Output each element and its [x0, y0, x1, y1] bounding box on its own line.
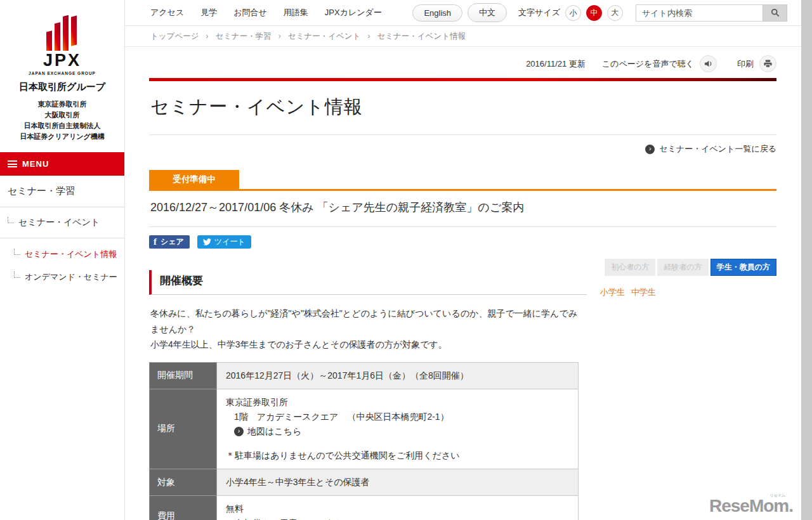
sidebar-item-label: セミナー・イベント情報 [25, 249, 117, 259]
sidebar-item-label: セミナー・学習 [8, 185, 75, 196]
menu-button[interactable]: MENU [0, 152, 124, 176]
utility-link-JPXカレンダー[interactable]: JPXカレンダー [325, 7, 382, 18]
audience-tab-経験者の方[interactable]: 経験者の方 [657, 259, 708, 276]
hamburger-icon [8, 159, 17, 169]
table-row: 場所東京証券取引所1階 アカデミースクエア （中央区日本橋兜町2-1）›地図はこ… [150, 389, 579, 469]
map-link[interactable]: ›地図はこちら [226, 424, 569, 439]
tag-小学生[interactable]: 小学生 [600, 287, 625, 298]
sidebar-item-セミナー・イベント[interactable]: セミナー・イベント [0, 207, 124, 238]
status-bar: 受付準備中 [149, 170, 776, 191]
cell-text: 小学4年生～中学3年生とその保護者 [226, 475, 569, 490]
menu-label: MENU [22, 159, 49, 169]
sidebar-item-label: オンデマンド・セミナー [25, 272, 117, 282]
org-member: 大阪取引所 [0, 110, 124, 120]
jpx-logo-icon [43, 6, 82, 51]
font-size-small-button[interactable]: 小 [565, 5, 581, 21]
table-row: 費用無料＊参加賞をご用意しています [150, 496, 579, 520]
jpx-logo[interactable]: JPX JAPAN EXCHANGE GROUP [0, 0, 124, 75]
event-detail-tbody: 開催期間2016年12月27日（火）～2017年1月6日（金）（全8回開催）場所… [150, 362, 579, 520]
breadcrumb-separator: › [278, 32, 281, 41]
lang-english-button[interactable]: English [412, 4, 462, 22]
site-search-input[interactable] [636, 4, 763, 22]
facebook-icon: f [154, 237, 157, 247]
listen-label: このページを音声で聴く [602, 58, 694, 70]
font-size-large-button[interactable]: 大 [607, 5, 623, 21]
facebook-share-button[interactable]: f シェア [149, 235, 190, 249]
breadcrumb-item[interactable]: セミナー・学習 [215, 31, 271, 42]
audience-tab-学生・教員の方[interactable]: 学生・教員の方 [710, 259, 776, 276]
sidebar-item-セミナー・学習[interactable]: セミナー・学習 [0, 176, 124, 207]
cell-text: 1階 アカデミースクエア （中央区日本橋兜町2-1） [226, 410, 569, 424]
resemom-text: ReseMom. [709, 496, 793, 516]
cell-text: 東京証券取引所 [226, 395, 569, 410]
main-area: アクセス見学お問合せ用語集JPXカレンダー English 中文 文字サイズ 小… [125, 0, 801, 520]
utility-link-アクセス[interactable]: アクセス [150, 7, 184, 18]
event-detail-table: 開催期間2016年12月27日（火）～2017年1月6日（金）（全8回開催）場所… [149, 362, 579, 520]
row-value: 小学4年生～中学3年生とその保護者 [217, 469, 579, 495]
twitter-bird-icon [203, 238, 211, 246]
utility-link-お問合せ[interactable]: お問合せ [233, 7, 267, 18]
status-badge: 受付準備中 [149, 170, 239, 189]
row-value: 無料＊参加賞をご用意しています [217, 496, 579, 520]
tag-中学生[interactable]: 中学生 [631, 287, 656, 298]
utility-bar: アクセス見学お問合せ用語集JPXカレンダー English 中文 文字サイズ 小… [125, 0, 801, 26]
page-meta-row: 2016/11/21 更新 このページを音声で聴く 印刷 [149, 55, 776, 72]
back-link[interactable]: › セミナー・イベント一覧に戻る [149, 135, 776, 170]
font-size-label: 文字サイズ [518, 7, 560, 18]
event-title: 2016/12/27～2017/01/06 冬休み 「シェア先生の親子経済教室」… [149, 191, 776, 227]
jpx-logo-text: JPX [0, 52, 124, 69]
facebook-share-label: シェア [160, 237, 184, 247]
table-row: 対象小学4年生～中学3年生とその保護者 [150, 469, 579, 495]
twitter-tweet-label: ツイート [214, 237, 246, 247]
circle-arrow-icon: › [234, 427, 244, 436]
lang-chinese-button[interactable]: 中文 [468, 3, 507, 22]
print-button[interactable] [759, 55, 776, 72]
utility-links: アクセス見学お問合せ用語集JPXカレンダー [150, 7, 382, 18]
utility-link-用語集[interactable]: 用語集 [284, 7, 308, 18]
audio-button[interactable] [700, 55, 717, 72]
org-name: 日本取引所グループ [0, 81, 124, 93]
scrollbar[interactable] [801, 0, 812, 520]
breadcrumb: トップページ›セミナー・学習›セミナー・イベント›セミナー・イベント情報 [125, 26, 801, 47]
cell-text: 2016年12月27日（火）～2017年1月6日（金）（全8回開催） [226, 368, 569, 383]
org-members: 東京証券取引所大阪取引所日本取引所自主規制法人日本証券クリアリング機構 [0, 99, 124, 142]
speaker-icon [704, 59, 713, 68]
print-label: 印刷 [737, 58, 754, 70]
row-header: 開催期間 [150, 362, 217, 389]
intro-line: 冬休みに、私たちの暮らしが"経済"や"株式会社"とどのように結びついているのか、… [150, 306, 586, 337]
intro-line: 小学4年生以上、中学3年生までのお子さんとその保護者の方が対象です。 [150, 337, 586, 353]
breadcrumb-item[interactable]: トップページ [150, 31, 199, 42]
org-member: 東京証券取引所 [0, 99, 124, 110]
breadcrumb-item[interactable]: セミナー・イベント [288, 31, 361, 42]
cell-text: ＊駐車場はありませんので公共交通機関をご利用ください [226, 448, 569, 463]
breadcrumb-item: セミナー・イベント情報 [377, 31, 466, 42]
tree-connector-icon [14, 272, 25, 282]
tree-connector-icon [14, 249, 25, 259]
section-title: 開催概要 [149, 270, 587, 295]
table-row: 開催期間2016年12月27日（火）～2017年1月6日（金）（全8回開催） [150, 362, 579, 389]
sidebar-menu: セミナー・学習セミナー・イベントセミナー・イベント情報オンデマンド・セミナー [0, 176, 124, 289]
sidebar: JPX JAPAN EXCHANGE GROUP 日本取引所グループ 東京証券取… [0, 0, 125, 520]
search-button[interactable] [763, 4, 787, 22]
sidebar-item-セミナー・イベント情報[interactable]: セミナー・イベント情報 [0, 238, 124, 266]
map-link-label: 地図はこちら [247, 424, 301, 439]
resemom-watermark: リセマム ReseMom. [709, 496, 793, 516]
twitter-tweet-button[interactable]: ツイート [197, 235, 251, 249]
printer-icon [763, 59, 773, 68]
audience-tab-初心者の方[interactable]: 初心者の方 [605, 259, 655, 276]
grade-tags: 小学生中学生 [600, 287, 776, 298]
back-link-label: セミナー・イベント一覧に戻る [659, 143, 776, 155]
row-header: 対象 [150, 469, 217, 495]
sidebar-item-オンデマンド・セミナー[interactable]: オンデマンド・セミナー [0, 266, 124, 289]
social-row: f シェア ツイート [149, 235, 776, 249]
breadcrumb-separator: › [206, 32, 208, 41]
font-size-medium-button[interactable]: 中 [586, 5, 602, 21]
utility-link-見学[interactable]: 見学 [200, 7, 217, 18]
sidebar-item-label: セミナー・イベント [18, 217, 100, 227]
org-member: 日本取引所自主規制法人 [0, 120, 124, 131]
row-value: 東京証券取引所1階 アカデミースクエア （中央区日本橋兜町2-1）›地図はこちら… [217, 389, 579, 469]
page-title: セミナー・イベント情報 [149, 81, 776, 135]
cell-text: ＊参加賞をご用意しています [226, 516, 569, 520]
circle-arrow-icon: › [645, 145, 655, 154]
cell-text: 無料 [226, 502, 569, 516]
